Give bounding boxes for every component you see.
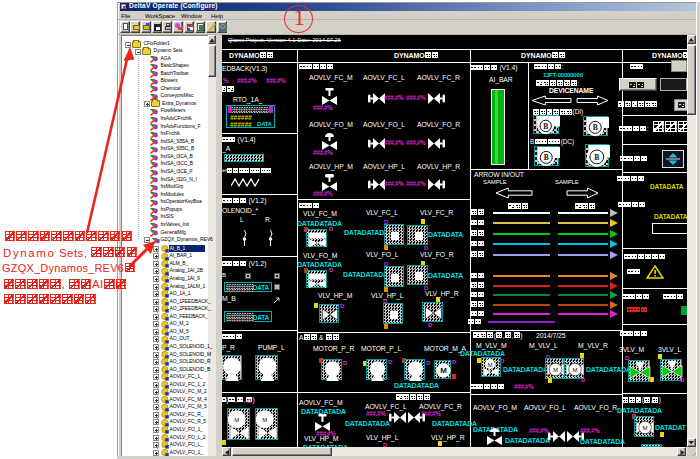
svg-text:M: M (643, 425, 648, 431)
svg-text:M: M (553, 367, 558, 373)
svg-text:M: M (234, 417, 239, 423)
svg-text:M: M (440, 366, 447, 375)
svg-text:B: B (593, 123, 598, 132)
svg-text:M: M (573, 367, 578, 373)
svg-text:M: M (488, 362, 493, 368)
svg-text:B: B (594, 153, 599, 162)
svg-text:B: B (543, 122, 548, 131)
svg-text:B: B (544, 153, 549, 162)
svg-text:M: M (262, 417, 267, 423)
